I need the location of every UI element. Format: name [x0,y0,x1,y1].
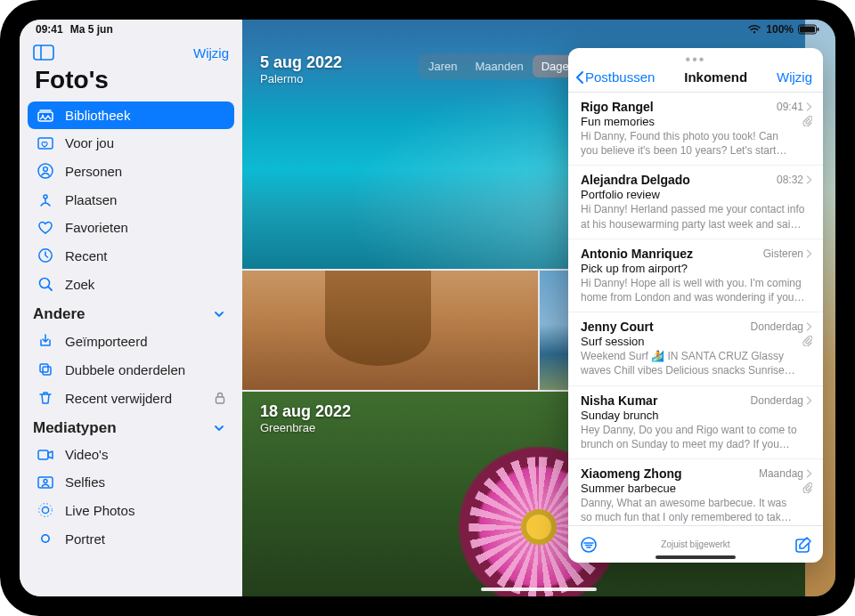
sidebar-item-library[interactable]: Bibliotheek [28,101,234,129]
mail-edit-button[interactable]: Wijzig [777,69,812,85]
chevron-right-icon [806,175,812,184]
sidebar-item-imported[interactable]: Geïmporteerd [28,327,234,355]
photo-thumb[interactable] [242,271,538,390]
mail-time: 09:41 [777,101,812,113]
mail-item[interactable]: Nisha KumarDonderdag Sunday brunchHey Da… [568,386,823,459]
svg-rect-14 [40,364,48,372]
mail-slideover[interactable]: ••• Postbussen Inkomend Wijzig Rigo Rang… [568,48,823,563]
ipad-frame: 09:41 Ma 5 jun 100% Wijzig Foto's [0,0,855,616]
status-time: 09:41 [36,23,63,36]
mail-subject: Pick up from airport? [581,262,807,275]
library-icon [37,109,54,122]
sidebar-item-selfies[interactable]: Selfies [28,468,234,496]
svg-point-19 [44,479,47,482]
sidebar-item-livephotos[interactable]: Live Photos [28,496,234,524]
chevron-down-icon [213,308,225,320]
sidebar-item-search[interactable]: Zoek [28,270,234,298]
mail-preview: Hi Danny! Hope all is well with you. I'm… [581,276,807,304]
chevron-left-icon [575,70,584,85]
mail-preview: Hey Danny, Do you and Rigo want to come … [581,423,807,451]
svg-rect-16 [216,397,224,403]
sidebar-item-recent[interactable]: Recent [28,241,234,270]
sidebar-section-other[interactable]: Andere [28,298,234,327]
mail-list[interactable]: Rigo Rangel09:41 Fun memoriesHi Danny, F… [568,93,823,525]
sidebar-item-label: Portret [65,531,105,547]
sidebar-edit-button[interactable]: Wijzig [193,45,229,61]
mail-back-label: Postbussen [585,69,655,85]
sidebar-toggle-icon[interactable] [33,45,54,61]
chevron-right-icon [806,396,812,405]
photo-place: Greenbrae [260,421,351,434]
sidebar-item-foryou[interactable]: Voor jou [28,129,234,157]
mail-subject: Sunday brunch [581,409,807,422]
mail-item[interactable]: Antonio ManriquezGisteren Pick up from a… [568,239,823,312]
mail-item[interactable]: Alejandra Delgado08:32 Portfolio reviewH… [568,166,823,239]
svg-rect-17 [38,450,48,459]
sidebar-item-label: Recent verwijderd [65,391,172,406]
video-icon [37,449,54,461]
photos-sidebar: Wijzig Foto's Bibliotheek Voor jou Perso [20,20,242,596]
svg-point-9 [44,167,48,172]
mail-subject: Fun memories [581,115,797,128]
svg-rect-15 [43,367,51,375]
mail-time: Donderdag [751,320,812,333]
sidebar-item-label: Bibliotheek [65,108,130,123]
svg-line-13 [48,287,52,290]
slideover-home-indicator[interactable] [656,555,736,559]
sidebar-item-places[interactable]: Plaatsen [28,185,234,214]
sidebar-item-label: Dubbele onderdelen [65,362,185,377]
mail-header: Postbussen Inkomend Wijzig [568,68,823,93]
sidebar-section-mediatypes[interactable]: Mediatypen [28,412,234,441]
lock-icon [215,392,225,404]
places-icon [37,191,54,207]
import-icon [37,333,54,349]
mail-item[interactable]: Rigo Rangel09:41 Fun memoriesHi Danny, F… [568,93,823,166]
sidebar-section-label: Mediatypen [33,419,117,437]
sidebar-item-label: Personen [65,164,122,179]
sidebar-item-label: Video's [65,447,108,462]
mail-item[interactable]: Jenny CourtDonderdag Surf sessionWeekend… [568,312,823,385]
chevron-right-icon [806,469,812,478]
attachment-icon [802,116,812,126]
sidebar-item-duplicates[interactable]: Dubbele onderdelen [28,355,234,384]
home-indicator[interactable] [481,588,597,591]
mail-back-button[interactable]: Postbussen [575,69,655,85]
trash-icon [37,390,54,406]
photo-group-label: 18 aug 2022 Greenbrae [260,402,351,434]
mail-sender: Jenny Court [581,320,654,334]
attachment-icon [802,336,812,346]
search-icon [37,276,54,292]
sidebar-item-label: Favorieten [65,220,128,235]
foryou-icon [37,137,54,150]
sidebar-item-label: Voor jou [65,135,114,150]
screen: 09:41 Ma 5 jun 100% Wijzig Foto's [20,20,835,596]
mail-toolbar: Zojuist bijgewerkt [568,525,823,563]
mail-subject: Portfolio review [581,188,807,201]
clock-icon [37,247,54,263]
mail-time: Donderdag [751,394,812,407]
app-title: Foto's [28,64,234,101]
people-icon [37,163,54,179]
sidebar-item-videos[interactable]: Video's [28,441,234,468]
svg-point-20 [42,507,48,513]
time-segmented-control[interactable]: Jaren Maanden Dagen [418,53,586,79]
sidebar-item-recently-deleted[interactable]: Recent verwijderd [28,384,234,412]
mail-item[interactable]: Xiaomeng ZhongMaandag Summer barbecueDan… [568,459,823,525]
battery-percent: 100% [766,23,794,36]
mail-sender: Antonio Manriquez [581,247,693,261]
chevron-right-icon [806,322,812,331]
segment-years[interactable]: Jaren [419,55,467,77]
heart-icon [37,221,54,235]
status-bar: 09:41 Ma 5 jun 100% [20,20,835,39]
photo-date: 5 aug 2022 [260,53,342,72]
slideover-grabber-icon[interactable]: ••• [686,52,706,68]
mail-subject: Surf session [581,335,797,348]
selfie-icon [37,476,54,489]
sidebar-item-favorites[interactable]: Favorieten [28,214,234,241]
sidebar-item-people[interactable]: Personen [28,157,234,185]
photo-date: 18 aug 2022 [260,402,351,421]
segment-months[interactable]: Maanden [466,55,532,77]
sidebar-item-portrait[interactable]: Portret [28,524,234,553]
photo-place: Palermo [260,72,342,85]
svg-rect-7 [38,138,53,149]
